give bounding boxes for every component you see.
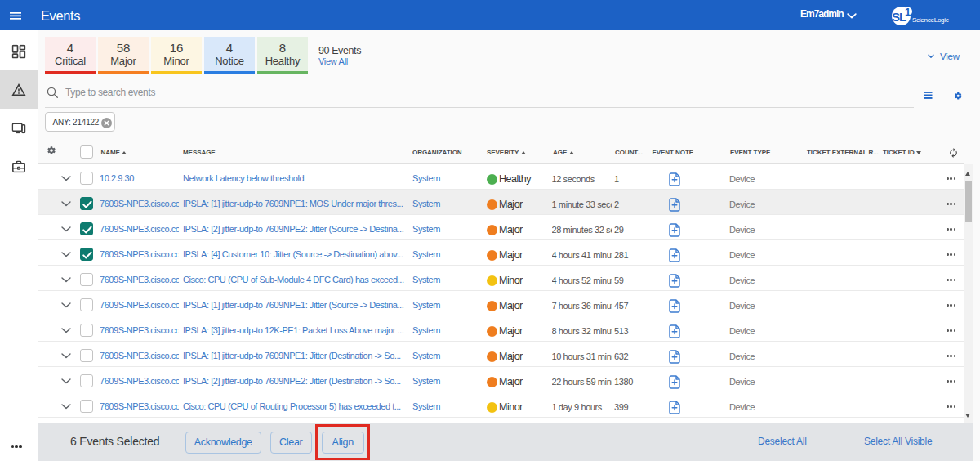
svg-text:1: 1 [905,6,911,18]
svg-text:ScienceLogic: ScienceLogic [912,16,949,24]
